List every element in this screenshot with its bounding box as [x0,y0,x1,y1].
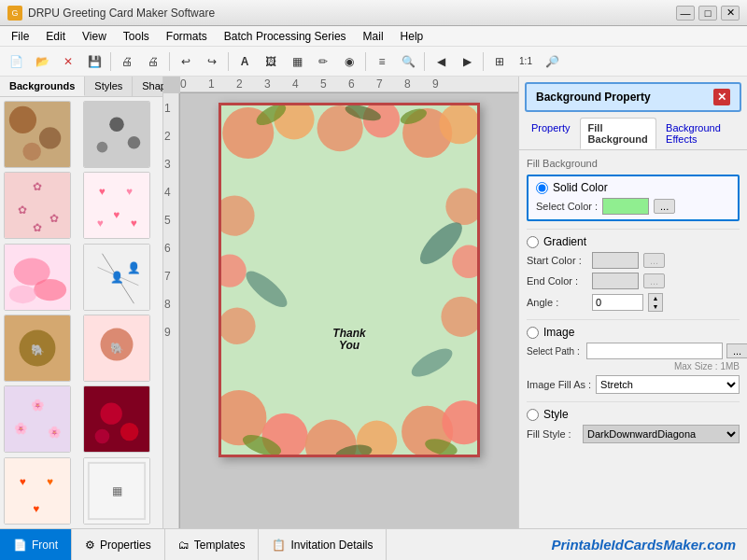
path-input[interactable] [586,343,723,359]
templates-label: Templates [194,539,246,552]
menu-tools[interactable]: Tools [116,28,157,45]
draw-button[interactable]: ✏ [311,50,335,73]
bg-thumbnail-8[interactable]: 🐘 [83,315,150,382]
select-path-label: Select Path : [527,346,583,357]
left-panel: Backgrounds Styles Shapes ✿ ✿ ✿ ✿ [0,77,163,528]
bg-thumbnail-5[interactable] [4,244,71,311]
style-label[interactable]: Style [543,408,569,421]
browse-button[interactable]: ... [726,343,747,358]
end-color-swatch[interactable] [592,273,639,289]
tab-front[interactable]: 📄 Front [0,529,72,560]
text-button[interactable]: A [233,50,257,73]
angle-input[interactable] [592,294,643,311]
delete-button[interactable]: ✕ [56,50,80,73]
image-fill-select[interactable]: Stretch Tile Center Fit [596,375,740,394]
svg-text:7: 7 [164,270,171,283]
toolbar-sep-2 [169,52,170,71]
angle-row: Angle : ▲ ▼ [527,293,740,312]
ruler-button[interactable]: 1:1 [514,50,538,73]
select-path-row: Select Path : ... [527,343,740,359]
menu-file[interactable]: File [4,28,36,45]
bg-thumbnail-7[interactable]: 🐘 [4,315,71,382]
tab-properties[interactable]: ⚙ Properties [72,529,165,560]
back-button[interactable]: ◀ [429,50,453,73]
gradient-radio[interactable] [527,236,539,248]
tab-templates[interactable]: 🗂 Templates [165,529,260,560]
svg-text:🌸: 🌸 [14,422,28,435]
templates-icon: 🗂 [178,539,190,552]
save-button[interactable]: 💾 [82,50,106,73]
svg-point-22 [9,285,36,302]
zoom-in-button[interactable]: 🔎 [540,50,564,73]
start-color-swatch[interactable] [592,252,639,269]
bg-thumbnail-4[interactable]: ♥ ♥ ♥ ♥ ♥ [83,172,150,239]
fill-bg-section-label: Fill Background [527,158,740,169]
end-color-button[interactable]: ... [643,273,665,288]
gradient-label[interactable]: Gradient [543,235,586,248]
svg-text:5: 5 [320,77,327,91]
tab-fill-background[interactable]: Fill Background [580,118,657,149]
style-radio[interactable] [527,409,539,421]
solid-color-radio[interactable] [536,182,548,194]
open-button[interactable]: 📂 [30,50,54,73]
panel-tabs: Property Fill Background Background Effe… [519,118,747,150]
new-button[interactable]: 📄 [4,50,28,73]
menu-help[interactable]: Help [393,28,431,45]
minimize-button[interactable]: — [676,6,695,21]
svg-text:♥: ♥ [114,208,120,220]
shape-button[interactable]: ◉ [337,50,361,73]
bg-thumbnail-12[interactable]: ▦ [83,457,150,525]
front-icon: 📄 [13,539,27,552]
image-section: Image Select Path : ... Max Size : 1MB I… [527,326,740,394]
tab-styles[interactable]: Styles [85,77,133,96]
zoom-button[interactable]: 🔍 [396,50,420,73]
color-swatch[interactable] [602,198,649,215]
svg-text:🐘: 🐘 [31,343,45,357]
redo-button[interactable]: ↪ [200,50,224,73]
tab-backgrounds[interactable]: Backgrounds [0,77,85,96]
image-button[interactable]: 🖼 [259,50,283,73]
menu-formats[interactable]: Formats [159,28,215,45]
fill-style-select[interactable]: DarkDownwardDiagona Solid Horizontal Ver… [583,425,740,443]
tab-property[interactable]: Property [523,118,579,149]
menu-mail[interactable]: Mail [356,28,391,45]
bg-thumbnail-1[interactable] [4,101,71,168]
tab-bg-effects[interactable]: Background Effects [657,118,743,149]
menu-edit[interactable]: Edit [38,28,73,45]
solid-color-label[interactable]: Solid Color [553,181,608,194]
print-button[interactable]: 🖨 [115,50,139,73]
svg-point-93 [445,189,477,225]
barcode-button[interactable]: ▦ [285,50,309,73]
svg-point-95 [441,297,477,337]
right-panel: Background Property ✕ Property Fill Back… [518,77,747,528]
bg-thumbnail-2[interactable] [83,101,150,168]
svg-text:0: 0 [180,77,187,91]
image-radio-row: Image [527,326,740,339]
svg-text:8: 8 [164,298,171,311]
maximize-button[interactable]: □ [698,6,717,21]
menu-batch[interactable]: Batch Processing Series [217,28,354,45]
bg-thumbnail-9[interactable]: 🌸 🌸 🌸 [4,385,71,453]
angle-down-button[interactable]: ▼ [649,302,662,311]
bg-thumbnail-10[interactable] [83,385,150,453]
print2-button[interactable]: 🖨 [141,50,165,73]
svg-text:👤: 👤 [110,271,124,284]
close-button[interactable]: ✕ [721,6,740,21]
style-radio-row: Style [527,408,740,421]
svg-text:4: 4 [292,77,299,91]
tab-invitation-details[interactable]: 📋 Invitation Details [259,529,387,560]
align-button[interactable]: ≡ [370,50,394,73]
start-color-button[interactable]: ... [643,253,665,268]
panel-close-button[interactable]: ✕ [713,89,730,105]
angle-up-button[interactable]: ▲ [649,294,662,302]
forward-button[interactable]: ▶ [455,50,479,73]
image-radio[interactable] [527,327,539,339]
grid-button[interactable]: ⊞ [487,50,512,73]
bg-thumbnail-6[interactable]: 👤 👤 [83,244,150,311]
undo-button[interactable]: ↩ [174,50,198,73]
menu-view[interactable]: View [75,28,114,45]
bg-thumbnail-11[interactable]: ♥ ♥ ♥ [4,457,71,525]
image-label[interactable]: Image [543,326,574,339]
bg-thumbnail-3[interactable]: ✿ ✿ ✿ ✿ [4,172,71,239]
color-picker-button[interactable]: ... [654,199,675,214]
